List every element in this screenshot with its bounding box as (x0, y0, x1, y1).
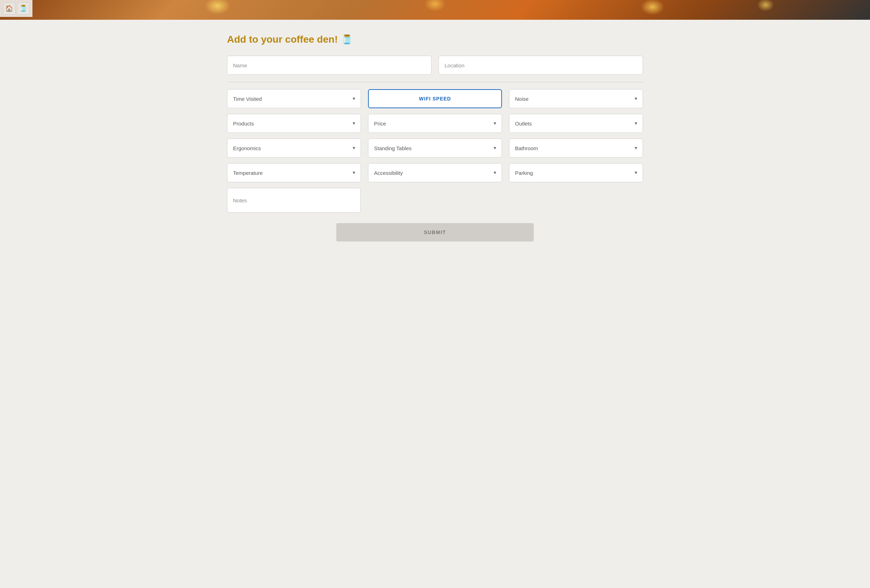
parking-field: Parking ▼ (509, 163, 643, 182)
ergonomics-field: Ergonomics ▼ (227, 138, 361, 158)
notes-input[interactable] (227, 188, 361, 213)
coffee-den-icon: 🫙 (341, 34, 353, 45)
row-time-wifi-noise: Time Visited ▼ Noise ▼ (227, 89, 643, 108)
products-select[interactable]: Products (227, 114, 361, 133)
wifi-speed-field (368, 89, 502, 108)
home-icon: 🏠 (5, 4, 13, 12)
coffee-machine-icon: 🫙 (19, 4, 27, 12)
name-field (227, 56, 432, 75)
name-input[interactable] (227, 56, 432, 75)
location-input[interactable] (438, 56, 643, 75)
ergonomics-select[interactable]: Ergonomics (227, 138, 361, 158)
page-title-text: Add to your coffee den! (227, 34, 338, 45)
standing-tables-field: Standing Tables ▼ (368, 138, 502, 158)
price-select[interactable]: Price (368, 114, 502, 133)
notes-field (227, 188, 361, 213)
coffee-machine-nav-button[interactable]: 🫙 (17, 2, 30, 15)
price-field: Price ▼ (368, 114, 502, 133)
outlets-field: Outlets ▼ (509, 114, 643, 133)
temperature-field: Temperature ▼ (227, 163, 361, 182)
time-visited-field: Time Visited ▼ (227, 89, 361, 108)
home-nav-button[interactable]: 🏠 (3, 2, 15, 15)
row-temperature-accessibility-parking: Temperature ▼ Accessibility ▼ Parking ▼ (227, 163, 643, 182)
accessibility-field: Accessibility ▼ (368, 163, 502, 182)
page-title: Add to your coffee den! 🫙 (227, 34, 643, 45)
submit-button[interactable]: SUBMIT (336, 223, 534, 241)
submit-row: SUBMIT (227, 223, 643, 241)
top-nav: 🏠 🫙 (0, 0, 33, 17)
row-ergonomics-standing-bathroom: Ergonomics ▼ Standing Tables ▼ Bathroom … (227, 138, 643, 158)
main-content: Add to your coffee den! 🫙 Time Visited ▼ (199, 20, 671, 263)
parking-select[interactable]: Parking (509, 163, 643, 182)
wifi-speed-input[interactable] (368, 89, 502, 108)
add-coffee-form: Time Visited ▼ Noise ▼ Products ▼ (227, 56, 643, 241)
location-field (438, 56, 643, 75)
row-notes (227, 188, 643, 213)
standing-tables-select[interactable]: Standing Tables (368, 138, 502, 158)
bathroom-select[interactable]: Bathroom (509, 138, 643, 158)
time-visited-select[interactable]: Time Visited (227, 89, 361, 108)
products-field: Products ▼ (227, 114, 361, 133)
temperature-select[interactable]: Temperature (227, 163, 361, 182)
accessibility-select[interactable]: Accessibility (368, 163, 502, 182)
bathroom-field: Bathroom ▼ (509, 138, 643, 158)
noise-select[interactable]: Noise (509, 89, 643, 108)
hero-image (0, 0, 870, 20)
outlets-select[interactable]: Outlets (509, 114, 643, 133)
row-products-price-outlets: Products ▼ Price ▼ Outlets ▼ (227, 114, 643, 133)
noise-field: Noise ▼ (509, 89, 643, 108)
row-name-location (227, 56, 643, 75)
